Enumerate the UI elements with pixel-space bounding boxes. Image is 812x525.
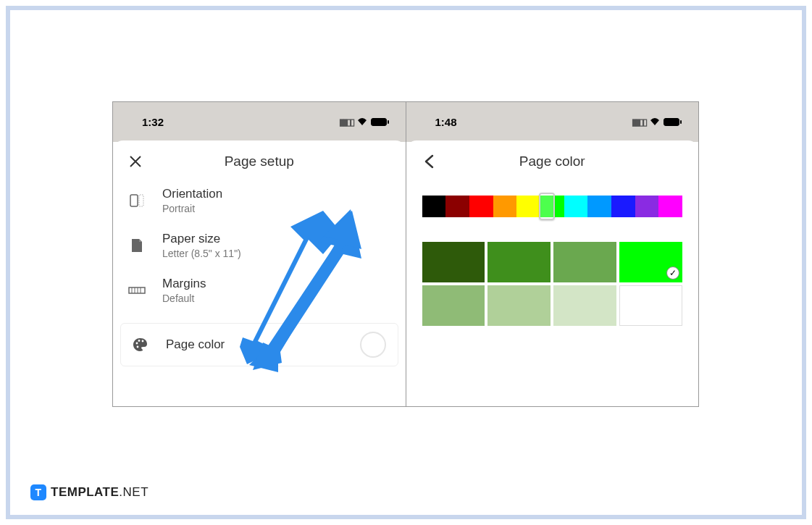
spectrum-segment[interactable] [564,196,588,217]
logo-badge: T [30,484,46,500]
battery-icon [371,118,387,126]
phone-left: 1:32 ▮▮▯▯ Page setup [113,102,406,406]
back-icon[interactable] [421,154,437,169]
margins-label: Margins [162,277,206,291]
palette-icon [131,335,150,354]
footer-logo: T TEMPLATE.NET [30,484,148,500]
page-color-sheet: Page color ✓ [406,140,699,406]
spectrum-segment[interactable] [422,196,446,217]
paper-size-item[interactable]: Paper size Letter (8.5" x 11") [113,223,406,268]
page-setup-sheet: Page setup Orientation Portrait [113,140,406,406]
shade-swatch[interactable]: ✓ [619,242,682,282]
sheet-header: Page setup [113,140,406,178]
paper-size-label: Paper size [162,232,241,246]
signal-icon: ▮▮▯▯ [632,117,646,127]
spectrum-segment[interactable] [493,196,517,217]
check-icon: ✓ [666,266,679,280]
margins-icon [127,281,146,300]
wifi-icon [649,116,661,128]
svg-point-8 [138,340,141,342]
screenshot-pair: 1:32 ▮▮▯▯ Page setup [112,101,699,407]
svg-point-10 [137,346,139,348]
sheet-title: Page setup [143,154,391,169]
shade-swatch[interactable] [553,285,616,326]
spectrum-segment[interactable] [611,196,635,217]
page-setup-list: Orientation Portrait Paper size Letter (… [113,178,406,374]
phone-right: 1:48 ▮▮▯▯ Page color ✓ [406,102,699,406]
spectrum-segment[interactable] [635,196,659,217]
shade-swatch[interactable] [487,285,551,326]
svg-rect-2 [129,287,145,293]
shade-swatch[interactable] [422,285,485,326]
sheet-title: Page color [437,154,685,169]
svg-point-7 [136,343,138,345]
logo-text-bold: TEMPLATE [51,485,119,499]
shade-grid: ✓ [406,217,699,326]
margins-value: Default [162,293,206,304]
page-color-label: Page color [166,337,225,352]
battery-icon [664,118,679,126]
spectrum-segment[interactable] [469,196,493,217]
paper-size-icon [127,236,146,255]
status-icons: ▮▮▯▯ [632,116,679,128]
spectrum-segment[interactable] [445,196,469,217]
wifi-icon [356,116,368,128]
sheet-header: Page color [406,140,699,178]
spectrum-slider[interactable] [539,193,555,220]
spectrum-segment[interactable] [658,196,682,217]
shade-swatch[interactable] [422,242,485,282]
page-color-swatch [360,332,386,358]
paper-size-value: Letter (8.5" x 11") [162,248,241,259]
color-spectrum[interactable] [422,196,683,217]
shade-swatch[interactable] [619,285,682,326]
shade-swatch[interactable] [487,242,551,282]
svg-point-9 [142,340,144,343]
status-bar: 1:32 ▮▮▯▯ [113,102,406,142]
orientation-label: Orientation [162,187,222,201]
svg-rect-0 [130,195,138,206]
orientation-value: Portrait [162,203,222,214]
orientation-icon [127,191,146,210]
spectrum-row [406,178,699,217]
status-time: 1:48 [435,116,457,128]
spectrum-segment[interactable] [587,196,611,217]
page-color-item[interactable]: Page color [120,323,398,366]
status-bar: 1:48 ▮▮▯▯ [406,102,699,142]
signal-icon: ▮▮▯▯ [339,117,353,127]
close-icon[interactable] [127,155,143,168]
spectrum-segment[interactable] [516,196,540,217]
shade-swatch[interactable] [553,242,616,282]
svg-rect-1 [139,195,143,206]
status-time: 1:32 [142,116,164,128]
orientation-item[interactable]: Orientation Portrait [113,178,406,223]
status-icons: ▮▮▯▯ [339,116,387,128]
margins-item[interactable]: Margins Default [113,268,406,313]
logo-text-light: .NET [119,485,148,499]
